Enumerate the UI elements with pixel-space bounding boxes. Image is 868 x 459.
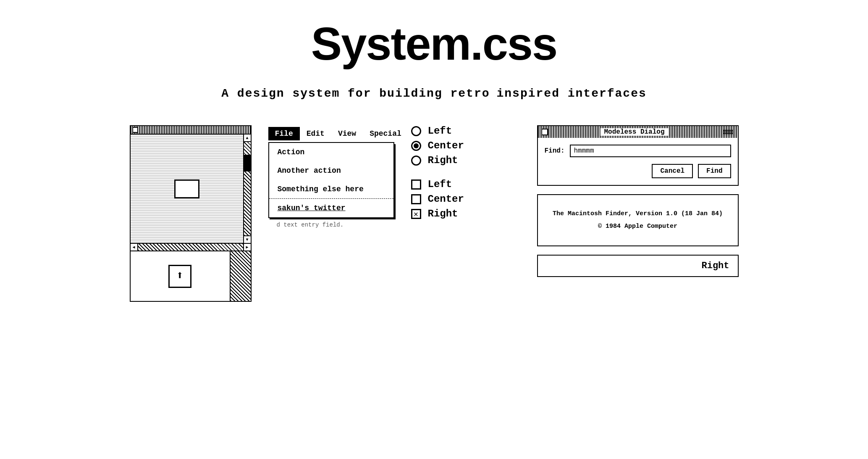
checkbox-btn-right[interactable]: ✕	[411, 209, 421, 219]
demo-area: ▲ ▼ ◀ ▶ ⬆ File Edit View	[0, 121, 868, 302]
menu-special[interactable]: Special	[363, 127, 408, 140]
about-box: The Macintosh Finder, Version 1.0 (18 Ja…	[537, 194, 739, 246]
dialog-zoom-lines	[721, 129, 734, 135]
checkbox-label-right: Right	[428, 208, 458, 219]
scrollbar-thumb[interactable]	[244, 155, 251, 171]
radio-label-center: Center	[428, 140, 464, 151]
window-panel: ▲ ▼ ◀ ▶ ⬆	[130, 125, 252, 302]
radio-btn-center[interactable]	[411, 141, 421, 151]
lower-right-checker	[230, 251, 251, 301]
menu-view[interactable]: View	[331, 127, 363, 140]
dialog-close-box[interactable]	[541, 129, 548, 135]
vertical-scrollbar: ▲ ▼	[243, 135, 251, 243]
window-content	[131, 135, 243, 243]
window-close-box[interactable]	[132, 127, 138, 133]
find-button[interactable]: Find	[698, 164, 731, 178]
dropdown-menu: Action Another action Something else her…	[268, 143, 394, 218]
window-inner-box	[174, 179, 199, 198]
page-subtitle: A design system for building retro inspi…	[0, 79, 868, 121]
window-body: ▲ ▼	[131, 134, 251, 243]
radio-group: Left Center Right	[411, 125, 520, 166]
scroll-up-button[interactable]: ▲	[244, 135, 251, 142]
zoom-line-2	[723, 132, 733, 132]
page-title: System.css	[0, 0, 868, 79]
modeless-dialog: Modeless Dialog Find: Cancel Find	[537, 125, 739, 186]
checkbox-right[interactable]: ✕ Right	[411, 208, 520, 219]
find-row: Find:	[545, 145, 731, 157]
upload-icon: ⬆	[168, 265, 191, 288]
checkbox-btn-left[interactable]	[411, 179, 421, 190]
window-titlebar	[131, 126, 251, 134]
about-line2: © 1984 Apple Computer	[546, 220, 729, 233]
subtitle-after: inspired interfaces	[497, 87, 647, 100]
scrollbar-track	[244, 142, 251, 235]
dropdown-action[interactable]: Action	[269, 143, 393, 161]
radio-label-right: Right	[428, 155, 458, 166]
radio-label-left: Left	[428, 125, 452, 137]
dialog-buttons: Cancel Find	[545, 164, 731, 178]
scroll-down-button[interactable]: ▼	[244, 235, 251, 243]
lower-left: ⬆	[131, 251, 230, 301]
dialog-title: Modeless Dialog	[601, 128, 668, 136]
menu-panel: File Edit View Special Action Another ac…	[268, 125, 394, 230]
horizontal-scrollbar: ◀ ▶	[131, 243, 251, 251]
dialog-panel: Modeless Dialog Find: Cancel Find	[537, 125, 739, 277]
right-align-area: Right	[537, 255, 739, 277]
zoom-line-1	[723, 130, 733, 131]
checkbox-group: Left Center ✕ Right	[411, 179, 520, 219]
dialog-body: Find: Cancel Find	[538, 138, 738, 185]
scroll-right-button[interactable]: ▶	[243, 244, 251, 251]
checkbox-label-center: Center	[428, 193, 464, 205]
about-line1: The Macintosh Finder, Version 1.0 (18 Ja…	[546, 208, 729, 220]
window-lower-section: ⬆	[131, 251, 251, 301]
radio-center[interactable]: Center	[411, 140, 520, 151]
checkbox-btn-center[interactable]	[411, 194, 421, 204]
radio-btn-right[interactable]	[411, 156, 421, 166]
checkbox-left[interactable]: Left	[411, 179, 520, 190]
menu-bar: File Edit View Special	[268, 125, 394, 143]
find-input[interactable]	[570, 145, 731, 157]
dropdown-something-else[interactable]: Something else here	[269, 180, 393, 198]
text-field-hint: d text entry field.	[268, 218, 394, 230]
hscroll-track	[138, 244, 243, 251]
menu-file[interactable]: File	[268, 127, 300, 140]
radio-right[interactable]: Right	[411, 155, 520, 166]
upload-arrow: ⬆	[176, 270, 184, 282]
radio-left[interactable]: Left	[411, 125, 520, 137]
right-align-label: Right	[546, 261, 729, 271]
checkbox-center[interactable]: Center	[411, 193, 520, 205]
subtitle-before: A design system for building retro	[221, 87, 490, 100]
scroll-left-button[interactable]: ◀	[131, 244, 138, 251]
dropdown-another-action[interactable]: Another action	[269, 161, 393, 180]
find-label: Find:	[545, 147, 565, 155]
menu-edit[interactable]: Edit	[300, 127, 331, 140]
dropdown-twitter-link[interactable]: sakun's twitter	[269, 199, 393, 217]
controls-panel: Left Center Right Left Center ✕ Rig	[411, 125, 520, 219]
cancel-button[interactable]: Cancel	[652, 164, 693, 178]
checkbox-label-left: Left	[428, 179, 452, 190]
radio-btn-left[interactable]	[411, 126, 421, 136]
dialog-titlebar: Modeless Dialog	[538, 126, 738, 138]
zoom-line-3	[723, 133, 733, 134]
